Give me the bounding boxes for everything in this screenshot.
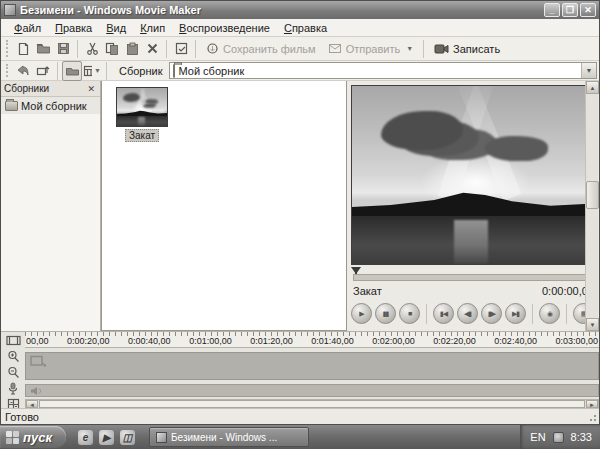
video-track[interactable]: [25, 352, 599, 380]
seek-track[interactable]: [353, 274, 594, 281]
restore-button[interactable]: ❐: [562, 3, 578, 17]
scroll-right-icon[interactable]: ►: [586, 400, 598, 408]
play-button[interactable]: ▶: [351, 303, 372, 324]
storyboard-toggle-icon[interactable]: [6, 334, 21, 347]
record-icon: [434, 43, 449, 55]
tray-icon[interactable]: [553, 432, 564, 443]
ruler-tick-label: 0:01:40,00: [311, 336, 354, 346]
back-icon[interactable]: [13, 61, 33, 81]
movie-maker-window: Безимени - Windows Movie Maker _ ❐ ✕ Фай…: [0, 0, 600, 425]
back-to-start-button[interactable]: ▮◀: [433, 303, 454, 324]
delete-icon[interactable]: [142, 39, 162, 59]
next-frame-button[interactable]: ▮▶: [481, 303, 502, 324]
menu-play[interactable]: Воспроизведение: [172, 21, 277, 35]
menu-edit[interactable]: Правка: [48, 21, 99, 35]
timeline-ruler[interactable]: 00,00 0:00:20,00 0:00:40,00 0:01:00,00 0…: [25, 332, 599, 348]
collections-toggle-icon[interactable]: [62, 61, 82, 81]
h-scroll-thumb[interactable]: [39, 400, 585, 408]
status-bar: Готово: [1, 408, 599, 424]
views-icon[interactable]: ▼: [82, 61, 102, 81]
up-level-icon[interactable]: [33, 61, 53, 81]
scroll-up-icon[interactable]: ▲: [586, 81, 599, 94]
stop-button[interactable]: ■: [399, 303, 420, 324]
zoom-out-icon[interactable]: [6, 366, 21, 379]
ruler-labels: 00,00 0:00:20,00 0:00:40,00 0:01:00,00 0…: [25, 336, 599, 346]
toolbar-separator: [77, 40, 78, 58]
video-track-icon: [30, 355, 46, 368]
desktop-icon[interactable]: ◫: [120, 430, 135, 445]
minimize-button[interactable]: _: [544, 3, 560, 17]
timeline-tools: [3, 334, 23, 411]
take-picture-button[interactable]: ◉: [539, 303, 560, 324]
clip-item[interactable]: Закат: [114, 87, 170, 142]
save-project-icon[interactable]: [53, 39, 73, 59]
seek-bar[interactable]: [351, 267, 596, 283]
taskbar-clock[interactable]: 8:33: [571, 431, 592, 443]
collections-panel-title: Сборники: [4, 83, 85, 94]
menu-view[interactable]: Вид: [99, 21, 133, 35]
ruler-tick-label: 0:02:20,00: [433, 336, 476, 346]
toolbar-separator: [166, 40, 167, 58]
menu-clip[interactable]: Клип: [133, 21, 172, 35]
cut-icon[interactable]: [82, 39, 102, 59]
collections-panel-header: Сборники ✕: [1, 81, 100, 97]
preview-clip-name: Закат: [353, 285, 382, 297]
start-button-label: пуск: [23, 430, 52, 445]
preview-info: Закат 0:00:00,00: [351, 283, 596, 297]
menu-file[interactable]: Файл: [7, 21, 48, 35]
language-indicator[interactable]: EN: [530, 431, 545, 443]
menu-help[interactable]: Справка: [277, 21, 334, 35]
window-title: Безимени - Windows Movie Maker: [20, 4, 542, 16]
copy-icon[interactable]: [102, 39, 122, 59]
scroll-down-icon[interactable]: ▼: [586, 318, 599, 331]
preview-pane: Закат 0:00:00,00 ▶ ▮▮ ■ ▮◀ ◀▮ ▮▶ ▶▮ ◉ ▦: [347, 81, 599, 331]
toolbar-grip[interactable]: [6, 64, 10, 77]
preview-monitor: [351, 85, 595, 265]
ruler-tick-label: 0:01:00,00: [189, 336, 232, 346]
skip-to-end-button[interactable]: ▶▮: [505, 303, 526, 324]
clip-thumbnail[interactable]: [116, 87, 168, 127]
task-pane-toggle-icon[interactable]: [171, 39, 191, 59]
system-tray: EN 8:33: [520, 425, 600, 449]
taskbar: пуск e ▶ ◫ Безимени - Windows ... EN 8:3…: [0, 425, 600, 449]
resize-grip[interactable]: [586, 411, 598, 423]
toolbar-separator: [423, 40, 424, 58]
movie-maker-task-button[interactable]: Безимени - Windows ...: [149, 427, 309, 447]
quick-launch-bar: e ▶ ◫: [66, 430, 145, 445]
internet-explorer-icon[interactable]: e: [78, 430, 93, 445]
send-icon: [328, 43, 342, 54]
collection-combobox[interactable]: Мой сборник ▼: [169, 62, 597, 79]
save-movie-button[interactable]: Сохранить фильм: [200, 40, 322, 57]
seek-marker[interactable]: [351, 267, 361, 274]
zoom-in-icon[interactable]: [6, 350, 21, 363]
record-button[interactable]: Записать: [428, 41, 506, 57]
new-project-icon[interactable]: [13, 39, 33, 59]
vertical-scrollbar[interactable]: ▲ ▼: [585, 81, 598, 331]
collection-folder-icon: [173, 65, 175, 77]
ruler-tick-label: 0:00:20,00: [67, 336, 110, 346]
collections-panel-close-icon[interactable]: ✕: [85, 84, 97, 94]
toolbar-grip[interactable]: [6, 40, 10, 56]
collection-tree-item[interactable]: Мой сборник: [1, 97, 100, 114]
scroll-thumb[interactable]: [586, 181, 599, 209]
pause-button[interactable]: ▮▮: [375, 303, 396, 324]
close-button[interactable]: ✕: [580, 3, 596, 17]
ruler-tick-label: 0:03:00,00: [555, 336, 598, 346]
open-project-icon[interactable]: [33, 39, 53, 59]
ruler-tick-label: 0:01:20,00: [250, 336, 293, 346]
send-dropdown-arrow[interactable]: ▼: [406, 45, 413, 52]
ruler-tick-label: 0:02:40,00: [494, 336, 537, 346]
toolbar-separator: [195, 40, 196, 58]
start-button[interactable]: пуск: [0, 426, 66, 448]
collection-item-icon: [5, 101, 18, 111]
paste-icon[interactable]: [122, 39, 142, 59]
send-button[interactable]: Отправить ▼: [322, 41, 419, 57]
scroll-left-icon[interactable]: ◄: [26, 400, 38, 408]
narration-mic-icon[interactable]: [6, 382, 21, 395]
media-player-icon[interactable]: ▶: [99, 430, 114, 445]
previous-frame-button[interactable]: ◀▮: [457, 303, 478, 324]
collection-contents-pane[interactable]: Закат: [101, 81, 347, 331]
audio-track[interactable]: [25, 384, 599, 397]
collection-dropdown-arrow[interactable]: ▼: [581, 63, 596, 78]
title-bar[interactable]: Безимени - Windows Movie Maker _ ❐ ✕: [1, 1, 599, 19]
